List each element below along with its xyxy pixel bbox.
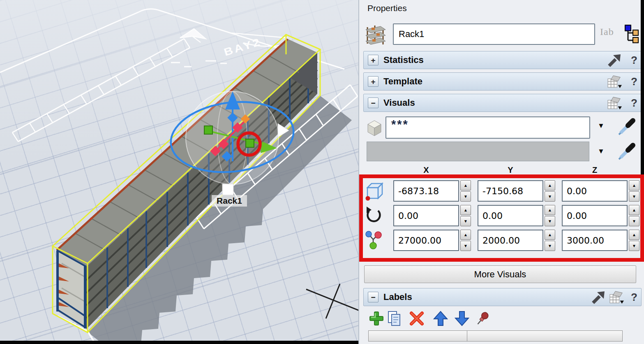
annotation-rectangle — [359, 174, 644, 262]
labels-table-header — [368, 330, 623, 342]
material-input[interactable]: *** — [385, 116, 590, 139]
gizmo-circled-handle[interactable] — [246, 139, 254, 147]
move-down-icon[interactable] — [454, 310, 470, 327]
panel-title: Properties — [367, 3, 407, 13]
help-icon[interactable]: ? — [631, 97, 637, 109]
eyedropper-icon[interactable] — [616, 118, 635, 137]
name-input[interactable] — [393, 23, 595, 45]
labels-table-col1[interactable] — [369, 331, 467, 341]
section-header-labels[interactable]: − Labels ? — [363, 288, 642, 306]
material-dropdown-arrow[interactable]: ▼ — [598, 122, 605, 130]
material-value: *** — [386, 117, 589, 131]
properties-panel: Properties Iab + Statistics ? + Template — [358, 0, 644, 344]
material-cube-icon — [364, 118, 385, 138]
color-swatch[interactable] — [367, 142, 589, 161]
add-label-icon[interactable] — [368, 310, 385, 327]
template-grid-icon[interactable] — [607, 75, 623, 89]
template-grid-icon[interactable] — [609, 291, 625, 304]
scene-canvas[interactable]: BAY2 — [0, 0, 358, 344]
template-grid-icon[interactable] — [607, 96, 623, 110]
more-visuals-button[interactable]: More Visuals — [364, 265, 636, 283]
hierarchy-icon[interactable] — [620, 24, 639, 44]
expand-icon[interactable]: + — [368, 76, 379, 87]
open-arrow-icon[interactable] — [591, 291, 607, 304]
move-up-icon[interactable] — [432, 310, 449, 327]
collapse-icon[interactable]: − — [368, 98, 379, 108]
section-header-statistics[interactable]: + Statistics ? — [363, 51, 642, 69]
eyedropper-icon[interactable] — [616, 142, 635, 162]
section-header-visuals[interactable]: − Visuals ? — [363, 94, 642, 112]
section-label: Template — [383, 76, 422, 87]
pin-label-icon[interactable] — [474, 310, 491, 327]
svg-text:Rack1: Rack1 — [217, 196, 242, 205]
origin-crosshair — [306, 284, 358, 318]
help-icon[interactable]: ? — [631, 291, 637, 304]
app-window: BAY2 — [0, 0, 644, 344]
axis-header-z: Z — [562, 165, 628, 175]
expand-icon[interactable]: + — [368, 55, 379, 65]
open-arrow-icon[interactable] — [607, 53, 623, 67]
rename-icon[interactable]: Iab — [600, 26, 614, 37]
section-label: Statistics — [383, 55, 424, 65]
rack-icon — [364, 24, 386, 45]
object-floor-label: Rack1 — [212, 195, 247, 207]
labels-table-col2[interactable] — [467, 331, 622, 341]
viewport-bottom-bar — [0, 341, 358, 344]
delete-label-icon[interactable] — [409, 310, 425, 327]
copy-label-icon[interactable] — [386, 310, 403, 327]
section-label: Visuals — [383, 98, 415, 108]
section-header-template[interactable]: + Template ? — [363, 72, 642, 91]
viewport-3d[interactable]: BAY2 — [0, 0, 358, 344]
object-anchor-marker[interactable] — [222, 184, 233, 195]
axis-header-y: Y — [478, 165, 543, 175]
floor-text: BAY2 — [222, 36, 262, 58]
gizmo-x-handle[interactable] — [204, 126, 212, 134]
color-dropdown-arrow[interactable]: ▼ — [598, 147, 605, 156]
help-icon[interactable]: ? — [631, 54, 637, 67]
axis-header-x: X — [393, 165, 459, 175]
help-icon[interactable]: ? — [631, 75, 637, 88]
right-black-strip — [641, 0, 644, 176]
section-label: Labels — [383, 292, 412, 302]
collapse-icon[interactable]: − — [368, 292, 379, 302]
